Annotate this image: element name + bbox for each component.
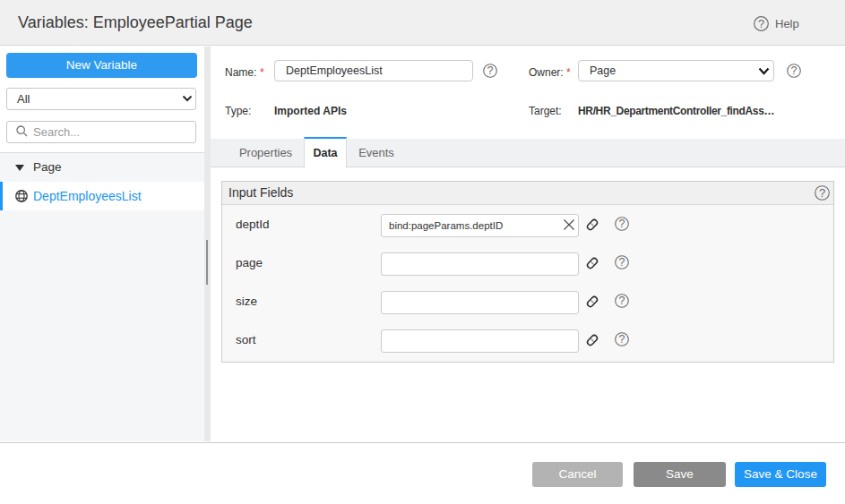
svg-text:?: ? xyxy=(619,333,625,346)
svg-text:?: ? xyxy=(619,256,625,269)
svg-text:?: ? xyxy=(619,295,625,307)
svg-text:?: ? xyxy=(487,64,494,77)
svg-text:?: ? xyxy=(819,186,825,200)
svg-text:?: ? xyxy=(791,64,798,77)
svg-text:?: ? xyxy=(758,17,764,30)
svg-text:?: ? xyxy=(619,218,625,230)
